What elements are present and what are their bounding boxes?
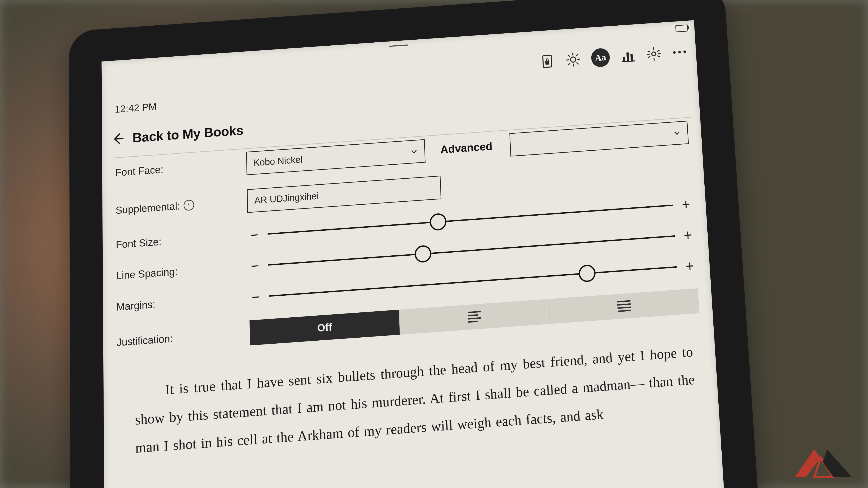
ereader-device: Aa xyxy=(69,0,762,488)
line-spacing-increase[interactable]: + xyxy=(681,226,695,244)
battery-icon xyxy=(675,25,688,32)
drag-handle[interactable] xyxy=(389,44,408,47)
justification-left[interactable] xyxy=(399,299,550,335)
svg-rect-1 xyxy=(545,61,549,65)
font-face-label: Font Face: xyxy=(115,158,238,178)
margins-decrease[interactable]: − xyxy=(249,288,262,306)
supplemental-value: AR UDJingxihei xyxy=(254,191,319,206)
font-size-label: Font Size: xyxy=(116,230,239,251)
line-spacing-thumb[interactable] xyxy=(414,245,432,263)
brightness-icon[interactable] xyxy=(565,51,581,68)
supplemental-dropdown[interactable]: AR UDJingxihei xyxy=(247,175,441,213)
status-bar xyxy=(675,25,688,32)
reader-toolbar: Aa xyxy=(539,42,688,71)
typography-icon[interactable]: Aa xyxy=(591,48,610,68)
margins-thumb[interactable] xyxy=(578,264,596,283)
info-icon[interactable]: i xyxy=(184,199,194,211)
svg-rect-4 xyxy=(626,53,629,61)
typography-label: Aa xyxy=(595,53,607,63)
watermark-logo xyxy=(790,445,855,482)
font-size-decrease[interactable]: − xyxy=(248,226,261,243)
line-spacing-decrease[interactable]: − xyxy=(248,257,262,275)
typography-settings: Font Face: Kobo Nickel Advanced Suppleme… xyxy=(102,120,713,356)
advanced-label[interactable]: Advanced xyxy=(438,139,497,156)
svg-rect-3 xyxy=(623,57,625,61)
supplemental-label: Supplemental: i xyxy=(116,196,239,217)
preview-text: It is true that I have sent six bullets … xyxy=(135,338,697,462)
svg-rect-5 xyxy=(630,54,633,61)
margins-increase[interactable]: + xyxy=(683,257,697,275)
svg-point-10 xyxy=(683,51,686,53)
justification-off[interactable]: Off xyxy=(249,310,400,345)
align-justify-icon xyxy=(617,300,631,312)
gear-icon[interactable] xyxy=(645,45,662,62)
font-size-thumb[interactable] xyxy=(430,213,447,231)
justification-full[interactable] xyxy=(549,288,700,324)
svg-marker-13 xyxy=(823,449,852,477)
back-title[interactable]: Back to My Books xyxy=(132,123,244,145)
svg-point-7 xyxy=(652,52,656,56)
clock: 12:42 PM xyxy=(115,101,157,115)
font-size-increase[interactable]: + xyxy=(679,196,693,213)
svg-marker-11 xyxy=(795,449,820,477)
align-left-icon xyxy=(468,311,482,323)
margins-label: Margins: xyxy=(116,292,240,313)
ereader-screen: Aa xyxy=(102,20,728,488)
svg-point-2 xyxy=(570,57,576,62)
line-spacing-label: Line Spacing: xyxy=(116,261,240,282)
svg-point-9 xyxy=(678,51,681,54)
back-arrow-icon[interactable] xyxy=(111,131,125,146)
svg-point-8 xyxy=(673,51,676,54)
reading-stats-icon[interactable] xyxy=(620,47,636,64)
font-face-value: Kobo Nickel xyxy=(253,154,303,168)
more-icon[interactable] xyxy=(671,44,688,61)
orientation-lock-icon[interactable] xyxy=(539,53,555,69)
justification-label: Justification: xyxy=(117,327,241,349)
